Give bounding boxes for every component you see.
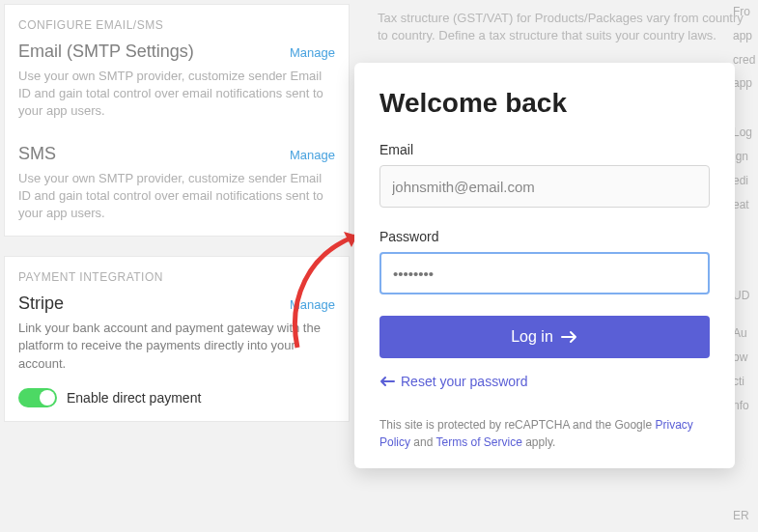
email-input[interactable]	[379, 165, 710, 208]
password-input[interactable]	[379, 252, 710, 294]
tax-structure-note: Tax structure (GST/VAT) for Products/Pac…	[364, 0, 758, 54]
login-button-label: Log in	[511, 328, 553, 346]
stripe-desc: Link your bank account and payment gatew…	[18, 320, 335, 373]
sms-manage-link[interactable]: Manage	[290, 148, 335, 162]
reset-password-link[interactable]: Reset your password	[379, 374, 710, 389]
payment-integration-header: PAYMENT INTEGRATION	[5, 257, 349, 294]
configure-email-sms-header: CONFIGURE EMAIL/SMS	[5, 5, 349, 42]
email-label: Email	[379, 142, 710, 157]
stripe-manage-link[interactable]: Manage	[290, 297, 335, 312]
modal-title: Welcome back	[379, 88, 710, 119]
arrow-right-icon	[561, 330, 578, 344]
email-smtp-title: Email (SMTP Settings)	[18, 42, 194, 62]
login-button[interactable]: Log in	[379, 316, 710, 358]
recaptcha-legal: This site is protected by reCAPTCHA and …	[379, 416, 710, 451]
enable-direct-payment-label: Enable direct payment	[67, 390, 201, 406]
stripe-title: Stripe	[18, 294, 64, 314]
enable-direct-payment-toggle[interactable]	[18, 388, 57, 407]
arrow-left-icon	[379, 376, 395, 387]
sms-title: SMS	[18, 144, 56, 164]
sms-desc: Use your own SMTP provider, customize se…	[18, 170, 335, 223]
email-manage-link[interactable]: Manage	[290, 45, 335, 60]
reset-password-label: Reset your password	[401, 374, 528, 389]
terms-of-service-link[interactable]: Terms of Service	[436, 435, 522, 449]
email-smtp-desc: Use your own SMTP provider, customize se…	[18, 68, 335, 121]
login-modal: Welcome back Email Password Log in Reset…	[354, 63, 735, 468]
password-label: Password	[379, 229, 710, 244]
